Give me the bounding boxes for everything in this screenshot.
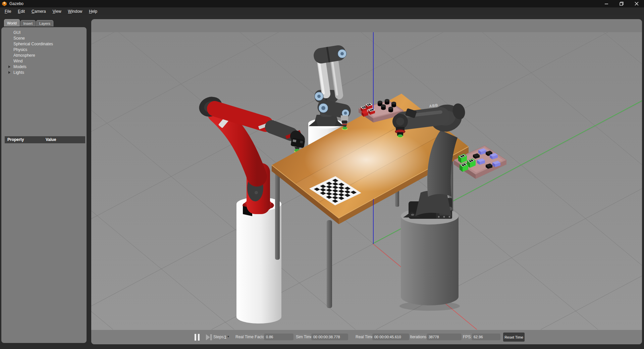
step-button[interactable] bbox=[205, 334, 213, 341]
title-bar: Gazebo bbox=[0, 0, 644, 7]
value-column-header: Value bbox=[46, 136, 56, 143]
iterations-field[interactable]: 38778 bbox=[427, 334, 462, 340]
gazebo-logo-icon bbox=[2, 1, 7, 6]
black-cylinder[interactable] bbox=[381, 104, 386, 110]
tree-item-label: Scene bbox=[13, 36, 25, 41]
rtf-label: Real Time Factor: bbox=[235, 335, 267, 339]
menu-file[interactable]: File bbox=[1, 8, 14, 15]
tree-item-label: Lights bbox=[13, 70, 24, 75]
tree-item-lights[interactable]: Lights bbox=[1, 70, 87, 76]
tree-item-models[interactable]: Models bbox=[1, 64, 87, 70]
step-forward-icon bbox=[206, 334, 212, 340]
real-time-label: Real Time: bbox=[356, 335, 375, 339]
pause-button[interactable] bbox=[194, 330, 202, 344]
simulation-status-bar: Steps: 1 ▾ Real Time Factor: 0.86 Sim Ti… bbox=[91, 330, 642, 344]
suction-cup bbox=[342, 127, 347, 130]
tree-item-label: Physics bbox=[13, 47, 27, 52]
fps-label: FPS: bbox=[463, 335, 472, 339]
minimize-icon bbox=[604, 2, 608, 6]
close-button[interactable] bbox=[629, 0, 644, 7]
expand-arrow-icon[interactable] bbox=[8, 71, 10, 74]
black-cylinder[interactable] bbox=[391, 102, 396, 107]
tree-item-label: Atmosphere bbox=[13, 53, 35, 58]
gazebo-window: Gazebo File Edit Camera View Window Help… bbox=[0, 0, 644, 349]
black-cylinder[interactable] bbox=[385, 99, 389, 105]
tree-item-label: Wind bbox=[13, 59, 22, 63]
tab-insert[interactable]: Insert bbox=[20, 20, 36, 27]
render-viewport: ▾ ▾ bbox=[91, 19, 642, 344]
tab-world[interactable]: World bbox=[4, 19, 20, 27]
suction-cup bbox=[398, 134, 403, 137]
menu-bar: File Edit Camera View Window Help bbox=[0, 7, 644, 15]
world-panel: GUI Scene Spherical Coordinates Physics … bbox=[1, 27, 87, 343]
pause-icon bbox=[195, 334, 196, 341]
tree-item-physics[interactable]: Physics bbox=[1, 47, 87, 53]
restore-button[interactable] bbox=[614, 0, 629, 7]
minimize-button[interactable] bbox=[599, 0, 614, 7]
menu-help[interactable]: Help bbox=[86, 8, 101, 15]
menu-view[interactable]: View bbox=[49, 8, 65, 15]
tree-item-gui[interactable]: GUI bbox=[1, 30, 87, 36]
tree-item-label: Spherical Coordinates bbox=[13, 42, 53, 46]
menu-camera[interactable]: Camera bbox=[28, 8, 49, 15]
steps-dropdown-caret[interactable]: ▾ bbox=[227, 335, 229, 338]
tree-item-wind[interactable]: Wind bbox=[1, 58, 87, 64]
tree-item-spherical-coordinates[interactable]: Spherical Coordinates bbox=[1, 41, 87, 47]
tree-item-label: Models bbox=[13, 64, 26, 69]
steps-value[interactable]: 1 bbox=[224, 335, 226, 340]
fps-field[interactable]: 62.96 bbox=[472, 334, 500, 340]
sim-time-field[interactable]: 00 00:00:38.778 bbox=[311, 334, 348, 340]
black-cylinder[interactable] bbox=[388, 107, 393, 112]
restore-icon bbox=[620, 2, 624, 6]
window-title: Gazebo bbox=[9, 1, 23, 6]
reset-time-button[interactable]: Reset Time bbox=[503, 333, 525, 342]
tree-item-atmosphere[interactable]: Atmosphere bbox=[1, 53, 87, 58]
tree-item-label: GUI bbox=[13, 30, 20, 35]
menu-window[interactable]: Window bbox=[65, 8, 86, 15]
red-robot-pedestal[interactable] bbox=[236, 197, 281, 323]
close-icon bbox=[635, 2, 639, 6]
property-table-header: Property Value bbox=[5, 136, 85, 143]
real-time-field[interactable]: 00 00:00:45.610 bbox=[372, 334, 409, 340]
expand-arrow-icon[interactable] bbox=[8, 65, 10, 68]
iterations-label: Iterations: bbox=[410, 335, 428, 339]
menu-edit[interactable]: Edit bbox=[14, 8, 28, 15]
rtf-field[interactable]: 0.86 bbox=[264, 334, 293, 340]
tree-item-scene[interactable]: Scene bbox=[1, 36, 87, 41]
3d-viewport[interactable]: ABB bbox=[91, 32, 642, 330]
tab-layers[interactable]: Layers bbox=[36, 20, 53, 27]
steps-label: Steps: bbox=[213, 335, 225, 339]
pause-icon bbox=[198, 334, 200, 341]
property-column-header: Property bbox=[7, 136, 24, 143]
panel-tabs: World Insert Layers bbox=[4, 19, 54, 27]
